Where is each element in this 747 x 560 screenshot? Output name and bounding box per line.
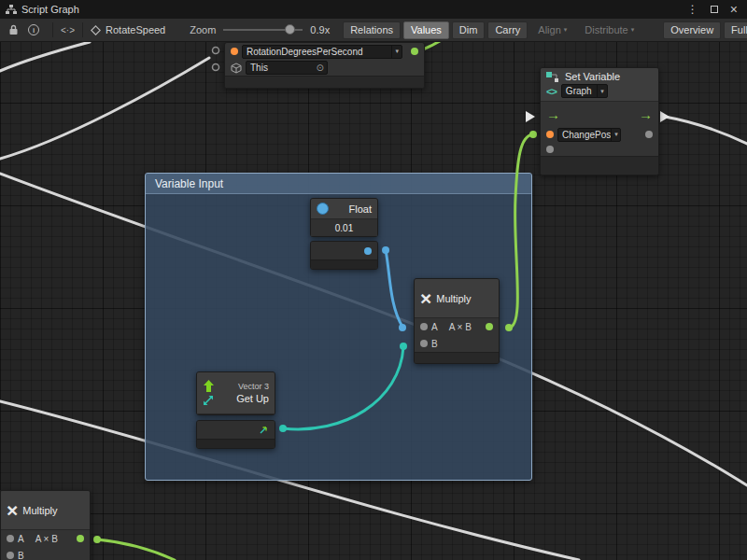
get-up-node[interactable]: Vector 3 Get Up [196, 371, 275, 415]
output-label: A × B [449, 322, 472, 332]
kebab-menu-icon[interactable]: ⋮ [684, 4, 702, 15]
port-input-b[interactable] [7, 552, 14, 559]
title-bar: Script Graph ⋮ × [0, 0, 747, 19]
multiply-node[interactable]: × Multiply A A × B B [414, 278, 500, 364]
float-node[interactable]: Float 0.01 [310, 198, 378, 237]
window-title: Script Graph [21, 4, 79, 15]
code-icon: <> [546, 86, 557, 97]
float-node-footer[interactable] [310, 241, 378, 270]
float-value[interactable]: 0.01 [335, 223, 353, 233]
machine-name[interactable]: RotateSpeed [106, 24, 165, 35]
variable-name-value: RotationDegreesPerSecond [247, 47, 363, 57]
multiply-node-bottom[interactable]: × Multiply A A × B B [0, 490, 91, 560]
port-float-output[interactable] [364, 247, 372, 255]
align-button: Align▾ [530, 21, 574, 39]
script-graph-window: Variable Input RotationDegreesPerSecond … [0, 0, 747, 560]
target-value: This [250, 63, 268, 73]
port-input-b[interactable] [420, 340, 428, 347]
variable-name-dropdown[interactable]: RotationDegreesPerSecond ▾ [242, 45, 402, 59]
variable-name-dropdown[interactable]: ChangePos ▾ [557, 128, 621, 142]
graph-toolbar: i <·> RotateSpeed Zoom 0.9x Relations Va… [0, 19, 747, 42]
values-button[interactable]: Values [403, 21, 449, 39]
group-header[interactable]: Variable Input [146, 174, 531, 194]
dropdown-arrow-icon: ▾ [611, 129, 621, 141]
scope-dropdown[interactable]: Graph ▾ [561, 84, 608, 98]
node-title: Multiply [22, 505, 57, 516]
float-type-icon [317, 203, 329, 215]
maximize-icon[interactable] [711, 6, 718, 13]
get-variable-node[interactable]: RotationDegreesPerSecond ▾ This ⊙ [224, 42, 425, 89]
zoom-value: 0.9x [310, 24, 330, 35]
multiply-icon: × [420, 288, 431, 308]
port-getvariable-output[interactable] [411, 48, 418, 55]
port-b-label: B [18, 551, 24, 560]
port-input-a[interactable] [420, 323, 428, 330]
port-a-label: A [18, 534, 24, 544]
port-variable-name[interactable] [546, 131, 554, 138]
port-output[interactable] [486, 323, 493, 330]
lock-icon[interactable] [8, 24, 19, 35]
group-title: Variable Input [155, 177, 223, 190]
node-title: Get Up [236, 393, 269, 404]
flow-input-port[interactable]: → [546, 107, 560, 121]
get-up-node-footer[interactable] [196, 420, 275, 449]
script-machine-icon [91, 25, 101, 35]
port-a-label: A [431, 322, 438, 332]
node-footer [541, 156, 658, 175]
overview-button[interactable]: Overview [663, 21, 721, 39]
output-label: A × B [35, 534, 58, 544]
zoom-label: Zoom [190, 24, 216, 35]
object-picker-icon[interactable]: ⊙ [317, 63, 324, 73]
flow-output-port[interactable]: → [639, 107, 653, 121]
code-toggle-icon[interactable]: <·> [61, 25, 75, 35]
port-value-output[interactable] [645, 131, 653, 138]
full-screen-button[interactable]: Full Screen [724, 21, 747, 39]
carry-button[interactable]: Carry [487, 21, 528, 39]
port-b-label: B [431, 339, 438, 349]
relations-button[interactable]: Relations [343, 21, 401, 39]
node-footer [225, 76, 424, 88]
info-icon[interactable]: i [28, 24, 39, 35]
node-footer [415, 352, 499, 363]
zoom-slider[interactable] [223, 24, 303, 35]
cube-icon [231, 63, 242, 74]
zoom-slider-handle[interactable] [285, 24, 295, 35]
scope-value: Graph [566, 86, 592, 96]
toolbar-separator [52, 22, 53, 37]
set-variable-node[interactable]: Set Variable <> Graph ▾ → → ChangePos ▾ [540, 67, 659, 175]
node-type-label: Vector 3 [238, 382, 269, 391]
dropdown-arrow-icon: ▾ [391, 46, 402, 58]
strip-footer [311, 259, 377, 269]
port-input-a[interactable] [7, 535, 14, 542]
toolbar-separator [82, 22, 83, 37]
set-variable-icon [546, 72, 560, 82]
dropdown-arrow-icon: ▾ [597, 85, 607, 97]
variable-name-value: ChangePos [562, 130, 611, 140]
node-title: Float [349, 203, 372, 215]
dim-button[interactable]: Dim [452, 21, 486, 39]
node-title: Set Variable [565, 71, 620, 82]
vector-arrows-icon [203, 395, 214, 406]
port-value-input[interactable] [546, 146, 554, 153]
multiply-icon: × [7, 500, 18, 520]
strip-footer [197, 439, 275, 448]
up-arrow-icon [204, 380, 214, 392]
port-vector-output-icon[interactable] [258, 425, 269, 436]
script-graph-icon [6, 4, 17, 15]
close-icon[interactable]: × [726, 3, 741, 16]
target-object-field[interactable]: This ⊙ [246, 61, 328, 75]
port-variable-name[interactable] [231, 48, 238, 55]
port-output[interactable] [77, 535, 84, 542]
node-title: Multiply [436, 293, 471, 304]
distribute-button: Distribute▾ [577, 21, 641, 39]
